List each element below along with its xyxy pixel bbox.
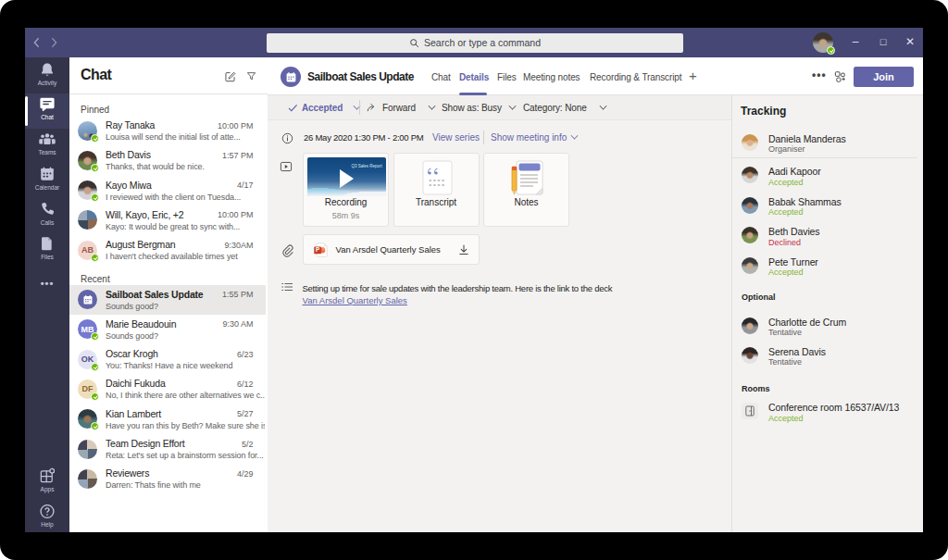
svg-text:P: P (316, 246, 320, 253)
